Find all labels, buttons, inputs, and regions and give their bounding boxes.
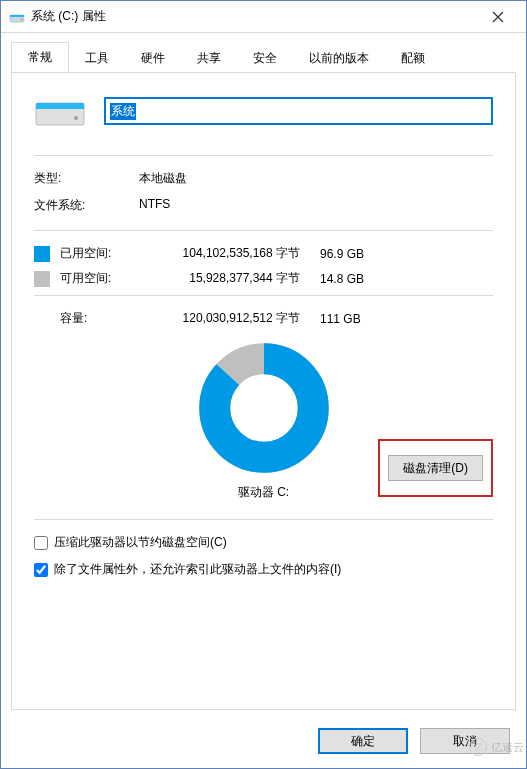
compress-checkbox-row[interactable]: 压缩此驱动器以节约磁盘空间(C) [34,534,493,551]
divider [34,155,493,156]
close-icon [492,11,504,23]
cancel-button[interactable]: 取消 [420,728,510,754]
svg-rect-6 [36,103,84,109]
type-label: 类型: [34,170,139,187]
close-button[interactable] [476,2,520,32]
index-checkbox-row[interactable]: 除了文件属性外，还允许索引此驱动器上文件的内容(I) [34,561,493,578]
index-checkbox[interactable] [34,563,48,577]
usage-chart-area: 驱动器 C: 磁盘清理(D) [34,335,493,505]
general-panel: 系统 类型: 本地磁盘 文件系统: NTFS 已用空间: 104,102,535… [11,72,516,710]
svg-point-2 [21,18,23,20]
divider [34,519,493,520]
svg-point-7 [74,116,78,120]
usage-donut-chart [199,343,329,473]
tab-previous-versions[interactable]: 以前的版本 [293,44,385,73]
free-human: 14.8 GB [320,272,380,286]
tab-hardware[interactable]: 硬件 [125,44,181,73]
divider [34,295,493,296]
capacity-human: 111 GB [320,312,380,326]
free-label: 可用空间: [60,270,140,287]
capacity-label: 容量: [60,310,140,327]
compress-label: 压缩此驱动器以节约磁盘空间(C) [54,534,227,551]
free-space-row: 可用空间: 15,928,377,344 字节 14.8 GB [34,270,493,287]
tab-sharing[interactable]: 共享 [181,44,237,73]
volume-label-value: 系统 [110,103,136,120]
capacity-row: 容量: 120,030,912,512 字节 111 GB [60,310,493,327]
tab-quota[interactable]: 配额 [385,44,441,73]
ok-button[interactable]: 确定 [318,728,408,754]
used-space-row: 已用空间: 104,102,535,168 字节 96.9 GB [34,245,493,262]
tab-strip: 常规 工具 硬件 共享 安全 以前的版本 配额 [1,33,526,72]
used-bytes: 104,102,535,168 字节 [140,245,320,262]
divider [34,230,493,231]
index-label: 除了文件属性外，还允许索引此驱动器上文件的内容(I) [54,561,341,578]
free-swatch-icon [34,271,50,287]
window-title: 系统 (C:) 属性 [31,8,476,25]
titlebar: 系统 (C:) 属性 [1,1,526,33]
tab-general[interactable]: 常规 [11,42,69,73]
volume-label-input[interactable]: 系统 [104,97,493,125]
compress-checkbox[interactable] [34,536,48,550]
cleanup-highlight: 磁盘清理(D) [378,439,493,497]
svg-rect-1 [10,15,24,17]
properties-window: 系统 (C:) 属性 常规 工具 硬件 共享 安全 以前的版本 配额 [0,0,527,769]
tab-security[interactable]: 安全 [237,44,293,73]
filesystem-value: NTFS [139,197,170,214]
tab-tools[interactable]: 工具 [69,44,125,73]
drive-caption: 驱动器 C: [238,484,289,501]
type-value: 本地磁盘 [139,170,187,187]
capacity-bytes: 120,030,912,512 字节 [140,310,320,327]
filesystem-row: 文件系统: NTFS [34,197,493,214]
used-label: 已用空间: [60,245,140,262]
used-human: 96.9 GB [320,247,380,261]
drive-name-row: 系统 [34,91,493,131]
filesystem-label: 文件系统: [34,197,139,214]
free-bytes: 15,928,377,344 字节 [140,270,320,287]
drive-large-icon [34,91,86,131]
type-row: 类型: 本地磁盘 [34,170,493,187]
drive-icon [9,9,25,25]
used-swatch-icon [34,246,50,262]
disk-cleanup-button[interactable]: 磁盘清理(D) [388,455,483,481]
dialog-buttons: 确定 取消 [1,718,526,768]
